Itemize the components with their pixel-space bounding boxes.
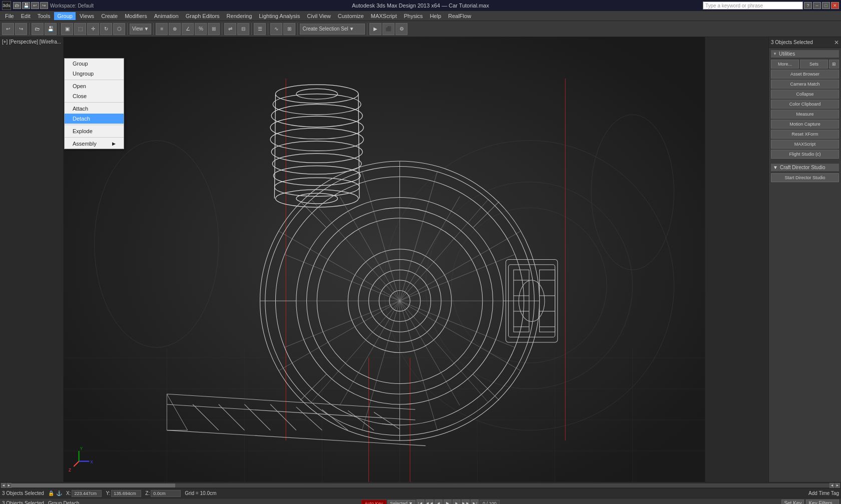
menu-file[interactable]: File [2, 12, 17, 20]
tb-percent-snap[interactable]: % [195, 23, 207, 35]
group-sep4 [65, 137, 124, 138]
menu-tools[interactable]: Tools [35, 12, 54, 20]
anim-next-frame[interactable]: ► [453, 499, 461, 505]
tb-quick-render[interactable]: ⬛ [382, 23, 394, 35]
anim-prev-frame[interactable]: ◄ [435, 499, 443, 505]
scroll-right-btn[interactable]: ► [835, 483, 840, 488]
coord-x-val[interactable]: 223.447cm [72, 490, 102, 497]
flight-studio-btn[interactable]: Flight Studio (c) [771, 150, 839, 159]
tb-mirror[interactable]: ⇌ [224, 23, 236, 35]
auto-key-btn[interactable]: Auto Key [361, 500, 387, 505]
anim-end[interactable]: ►| [471, 499, 479, 505]
motion-capture-btn[interactable]: Motion Capture [771, 120, 839, 129]
tb-create-selection[interactable]: Create Selection Sel ▼ [300, 24, 365, 35]
menu-rendering[interactable]: Rendering [224, 12, 255, 20]
tb-render[interactable]: ▶ [369, 23, 381, 35]
scroll-left-btn[interactable]: ◄ [1, 483, 6, 488]
tb-rotate[interactable]: ↻ [100, 23, 112, 35]
viewport[interactable]: [+] [Perspective] [Wirefra... [0, 37, 768, 482]
craft-section-header[interactable]: ▼ Craft Director Studio [771, 164, 839, 171]
asset-browser-btn[interactable]: Asset Browser [771, 70, 839, 79]
close-btn[interactable]: ✕ [831, 2, 839, 9]
group-menu-detach[interactable]: Detach [65, 114, 124, 124]
utilities-section-header[interactable]: ▼ Utilities [771, 50, 839, 58]
menu-graph-editors[interactable]: Graph Editors [183, 12, 223, 20]
tb-move[interactable]: ✛ [87, 23, 99, 35]
tb-ref-coord[interactable]: ≡ [156, 23, 168, 35]
tb-undo[interactable]: ↩ [2, 23, 14, 35]
tb-redo[interactable]: ↪ [15, 23, 27, 35]
group-menu-explode[interactable]: Explode [65, 126, 124, 136]
set-key-btn[interactable]: Set Key [781, 499, 804, 504]
toolbar-small-btn4[interactable]: ↪ [40, 2, 48, 9]
coord-z-val[interactable]: 0.0cm [151, 490, 181, 497]
selected-dropdown[interactable]: Selected ▼ [387, 500, 415, 505]
group-menu-open[interactable]: Open [65, 81, 124, 91]
color-clipboard-btn[interactable]: Color Clipboard [771, 100, 839, 109]
help-btn[interactable]: ? [804, 2, 812, 9]
tb-snap[interactable]: ⊕ [169, 23, 181, 35]
search-box[interactable]: Type a keyword or phrase [703, 2, 803, 10]
more-btn[interactable]: More... [771, 60, 799, 69]
sets-btn[interactable]: Sets [800, 60, 828, 69]
maxscript-btn[interactable]: MAXScript [771, 140, 839, 149]
craft-label: Craft Director Studio [780, 165, 825, 170]
group-menu-assembly[interactable]: Assembly ▶ [65, 139, 124, 149]
group-menu-close[interactable]: Close [65, 91, 124, 101]
menu-modifiers[interactable]: Modifiers [122, 12, 150, 20]
tb-render-setup[interactable]: ⚙ [395, 23, 407, 35]
menu-maxscript[interactable]: MAXScript [368, 12, 400, 20]
measure-btn[interactable]: Measure [771, 110, 839, 119]
start-director-studio-btn[interactable]: Start Director Studio [771, 173, 839, 182]
frame-counter[interactable]: 0 / 100 [480, 500, 500, 505]
tb-schematic[interactable]: ⊞ [283, 23, 295, 35]
panel-close-btn[interactable]: ✕ [834, 39, 839, 46]
status-bar: 3 Objects Selected 🔒 ⚓ X: 223.447cm Y: 1… [0, 488, 841, 498]
toolbar-small-btn[interactable]: 🗁 [13, 2, 21, 9]
tb-open[interactable]: 🗁 [32, 23, 44, 35]
menu-civil-view[interactable]: Civil View [304, 12, 333, 20]
maximize-btn[interactable]: □ [822, 2, 830, 9]
group-menu-ungroup[interactable]: Ungroup [65, 69, 124, 79]
util-icon-btn[interactable]: ⊞ [829, 60, 839, 69]
coord-y-val[interactable]: 135.694cm [111, 490, 141, 497]
anim-next-key[interactable]: ►► [462, 499, 470, 505]
menu-help[interactable]: Help [427, 12, 445, 20]
scroll-left-btn-right[interactable]: ◄ [829, 483, 834, 488]
scroll-thumb[interactable] [12, 483, 175, 487]
tb-select-region[interactable]: ⬚ [74, 23, 86, 35]
toolbar-small-btn3[interactable]: ↩ [31, 2, 39, 9]
toolbar-small-btn2[interactable]: 💾 [22, 2, 30, 9]
tb-select[interactable]: ▣ [61, 23, 73, 35]
tb-curve[interactable]: ∿ [270, 23, 282, 35]
menu-edit[interactable]: Edit [18, 12, 34, 20]
collapse-btn[interactable]: Collapse [771, 90, 839, 99]
key-filters-btn[interactable]: Key Filters... [806, 499, 839, 504]
tb-spinner[interactable]: ⊞ [208, 23, 220, 35]
tb-scale[interactable]: ⬡ [113, 23, 125, 35]
group-menu-group[interactable]: Group [65, 59, 124, 69]
menu-physics[interactable]: Physics [401, 12, 426, 20]
menu-views[interactable]: Views [77, 12, 97, 20]
scroll-track[interactable] [12, 483, 829, 487]
anim-prev-key[interactable]: ◄◄ [426, 499, 434, 505]
menu-customize[interactable]: Customize [335, 12, 367, 20]
tb-layer[interactable]: ☰ [254, 23, 266, 35]
anim-start[interactable]: |◄ [416, 499, 425, 505]
scroll-right-btn-left[interactable]: ► [7, 483, 12, 488]
tb-align[interactable]: ⊟ [237, 23, 249, 35]
minimize-btn[interactable]: – [813, 2, 821, 9]
add-time-tag[interactable]: Add Time Tag [808, 490, 839, 496]
camera-match-btn[interactable]: Camera Match [771, 80, 839, 89]
tb-view-dropdown[interactable]: View ▼ [130, 24, 151, 35]
menu-realflow[interactable]: RealFlow [445, 12, 474, 20]
menu-lighting[interactable]: Lighting Analysis [256, 12, 303, 20]
menu-create[interactable]: Create [98, 12, 121, 20]
group-menu-attach[interactable]: Attach [65, 104, 124, 114]
menu-group[interactable]: Group [54, 12, 76, 20]
tb-save[interactable]: 💾 [45, 23, 57, 35]
reset-xform-btn[interactable]: Reset XForm [771, 130, 839, 139]
anim-play[interactable]: ▶ [444, 499, 452, 505]
tb-angle-snap[interactable]: ∠ [182, 23, 194, 35]
menu-animation[interactable]: Animation [151, 12, 182, 20]
